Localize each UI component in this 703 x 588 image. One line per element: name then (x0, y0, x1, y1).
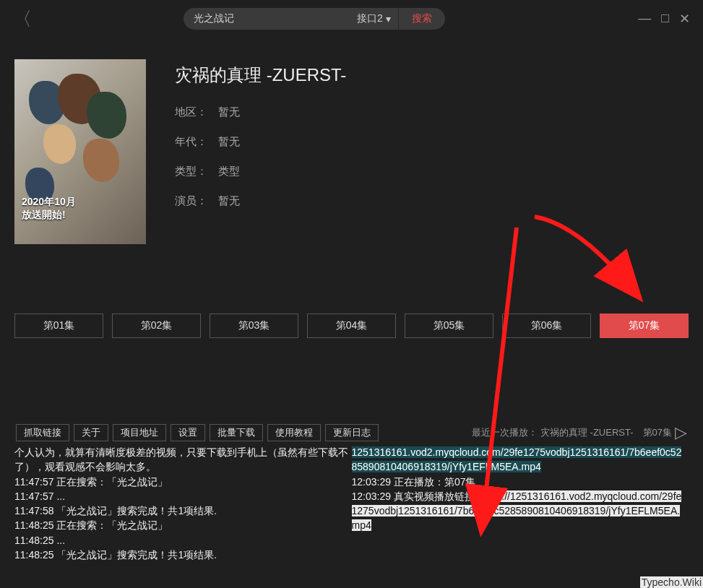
year-value: 暂无 (218, 135, 240, 149)
log-left-line: 11:48:25 「光之战记」搜索完成！共1项结果. (14, 548, 349, 562)
year-label: 年代： (175, 135, 218, 149)
search-button[interactable]: 搜索 (398, 8, 445, 30)
poster-badge-line1: 2020年10月 (22, 195, 76, 208)
cast-value: 暂无 (218, 194, 240, 208)
interface-label: 接口2 (357, 12, 383, 25)
log-left-line: 11:48:25 ... (14, 533, 349, 548)
log-url-highlight: 1251316161.vod2.myqcloud.com/29fe1275vod… (352, 446, 682, 472)
interface-select[interactable]: 接口2 ▾ (350, 8, 398, 30)
log-right-panel: 1251316161.vod2.myqcloud.com/29fe1275vod… (352, 444, 689, 563)
last-play-label: 最近一次播放： (472, 426, 538, 439)
log-playing-line: 12:03:29 正在播放：第07集 (352, 476, 476, 488)
episode-button-2[interactable]: 第02集 (112, 314, 201, 338)
region-label: 地区： (175, 105, 218, 119)
toolbar-button-6[interactable]: 更新日志 (325, 424, 379, 441)
toolbar-button-0[interactable]: 抓取链接 (16, 424, 69, 441)
toolbar-button-4[interactable]: 批量下载 (210, 424, 263, 441)
back-icon[interactable]: 〈 (13, 7, 32, 32)
log-left-line: 11:47:57 正在搜索：「光之战记」 (14, 475, 349, 489)
poster-badge-line2: 放送開始! (22, 208, 76, 221)
toolbar-button-3[interactable]: 设置 (171, 424, 205, 441)
region-value: 暂无 (218, 105, 240, 119)
close-icon[interactable]: ✕ (679, 11, 690, 27)
log-real-link-label: 12:03:29 真实视频播放链接： (352, 490, 485, 502)
toolbar-button-2[interactable]: 项目地址 (113, 424, 166, 441)
chevron-down-icon: ▾ (386, 13, 391, 25)
episode-button-6[interactable]: 第06集 (502, 314, 591, 338)
search-input[interactable] (184, 8, 350, 30)
play-icon[interactable]: ▷ (675, 423, 687, 442)
log-left-line: 11:48:25 正在搜索：「光之战记」 (14, 518, 349, 532)
last-play-value: 灾祸的真理 -ZUERST- 第07集 (540, 426, 672, 439)
log-left-line: 11:47:57 ... (14, 489, 349, 503)
poster-image: 2020年10月 放送開始! (14, 59, 146, 244)
cast-label: 演员： (175, 194, 218, 208)
toolbar-button-5[interactable]: 使用教程 (267, 424, 321, 441)
episode-button-3[interactable]: 第03集 (210, 314, 298, 338)
episode-button-5[interactable]: 第05集 (405, 314, 493, 338)
toolbar-button-1[interactable]: 关于 (74, 424, 108, 441)
type-value: 类型 (218, 165, 240, 178)
media-title: 灾祸的真理 -ZUERST- (175, 64, 346, 87)
episode-button-4[interactable]: 第04集 (307, 314, 396, 338)
minimize-icon[interactable]: — (638, 11, 651, 27)
watermark: Typecho.Wiki (640, 576, 703, 588)
log-left-line: 11:47:58 「光之战记」搜索完成！共1项结果. (14, 503, 349, 518)
log-left-panel: 个人认为，就算有清晰度极差的视频，只要下载到手机上（虽然有些下载不了），观看观感… (14, 444, 352, 563)
maximize-icon[interactable]: □ (661, 11, 669, 27)
type-label: 类型： (175, 165, 218, 178)
log-left-line: 个人认为，就算有清晰度极差的视频，只要下载到手机上（虽然有些下载不了），观看观感… (14, 445, 349, 475)
episode-button-1[interactable]: 第01集 (14, 314, 103, 338)
episode-button-7[interactable]: 第07集 (600, 314, 689, 338)
